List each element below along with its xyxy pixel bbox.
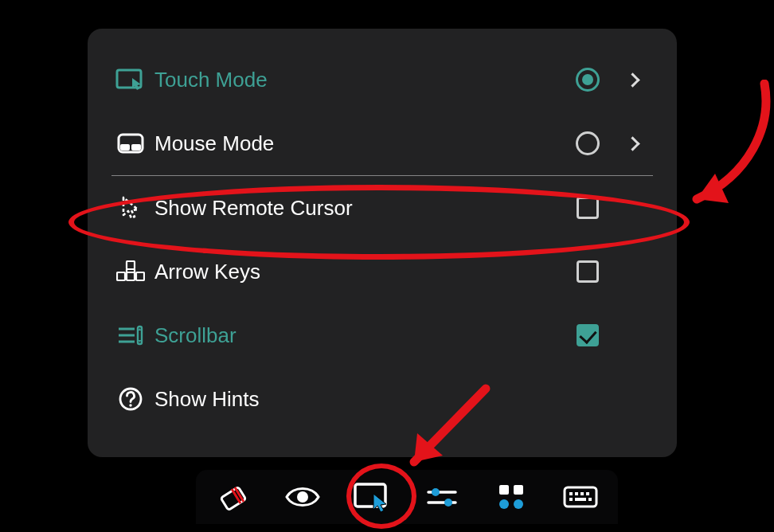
toolbar-pointer[interactable] (353, 475, 392, 518)
cursor-outline-icon (110, 195, 151, 221)
svg-rect-4 (127, 261, 135, 269)
mouse-mode-radio[interactable] (565, 131, 610, 155)
svg-rect-32 (580, 492, 584, 495)
row-touch-mode[interactable]: Touch Mode (110, 48, 655, 111)
svg-rect-29 (565, 487, 596, 507)
pointer-screen-icon (353, 481, 391, 513)
scrollbar-checkbox[interactable] (565, 324, 610, 346)
svg-rect-2 (120, 144, 130, 151)
svg-rect-26 (514, 485, 523, 495)
svg-point-23 (432, 488, 440, 496)
arrow-keys-label: Arrow Keys (151, 260, 565, 284)
toolbar-settings[interactable] (422, 475, 461, 518)
svg-point-27 (499, 499, 509, 509)
svg-point-19 (297, 491, 308, 503)
arrow-keys-icon (110, 260, 151, 283)
show-remote-cursor-checkbox[interactable] (565, 197, 610, 219)
row-mouse-mode[interactable]: Mouse Mode (110, 111, 655, 175)
svg-rect-6 (127, 272, 135, 280)
svg-rect-7 (136, 272, 144, 280)
scrollbar-icon (110, 325, 151, 346)
help-icon (110, 386, 151, 412)
input-mode-panel: Touch Mode Mouse Mode Show Remote Cursor (88, 29, 677, 457)
svg-rect-5 (117, 272, 125, 280)
svg-rect-30 (569, 492, 573, 495)
row-show-remote-cursor[interactable]: Show Remote Cursor (110, 176, 655, 240)
svg-point-24 (444, 499, 452, 507)
arrow-keys-checkbox[interactable] (565, 260, 610, 283)
mouse-mode-chevron[interactable] (610, 139, 655, 149)
svg-rect-36 (588, 498, 592, 501)
row-arrow-keys[interactable]: Arrow Keys (110, 240, 655, 303)
svg-rect-31 (575, 492, 578, 495)
touch-mode-label: Touch Mode (151, 68, 565, 92)
touch-screen-icon (110, 68, 151, 92)
svg-rect-3 (131, 144, 141, 151)
row-show-hints[interactable]: Show Hints (110, 367, 655, 431)
touch-mode-radio[interactable] (565, 68, 610, 92)
keyboard-icon (563, 485, 598, 509)
bottom-toolbar (196, 470, 618, 524)
svg-point-28 (514, 499, 523, 509)
eraser-icon (217, 481, 249, 513)
grid-icon (497, 483, 526, 511)
scrollbar-label: Scrollbar (151, 323, 565, 348)
mouse-mode-label: Mouse Mode (151, 131, 565, 156)
svg-rect-34 (569, 498, 573, 501)
toolbar-view[interactable] (283, 475, 322, 518)
touch-mode-chevron[interactable] (610, 75, 655, 85)
show-remote-cursor-label: Show Remote Cursor (151, 196, 565, 221)
show-hints-label: Show Hints (151, 387, 565, 412)
sliders-icon (426, 485, 458, 509)
svg-point-15 (129, 404, 131, 406)
row-scrollbar[interactable]: Scrollbar (110, 303, 655, 367)
svg-rect-33 (586, 492, 589, 495)
svg-rect-25 (499, 485, 509, 495)
eye-icon (285, 484, 320, 510)
toolbar-eraser[interactable] (213, 475, 252, 518)
svg-rect-35 (575, 498, 586, 501)
mouse-icon (110, 133, 151, 154)
toolbar-grid[interactable] (491, 475, 530, 518)
toolbar-keyboard[interactable] (561, 475, 600, 518)
